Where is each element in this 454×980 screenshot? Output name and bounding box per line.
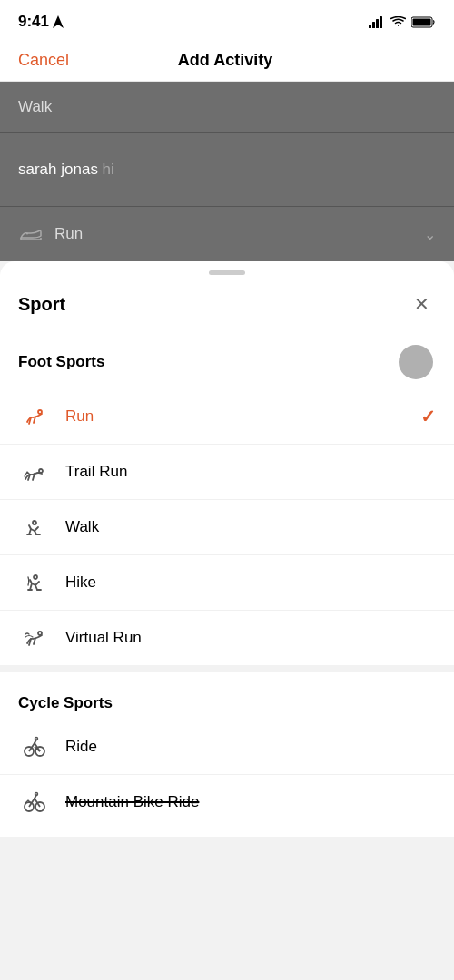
sport-item-trail-run[interactable]: Trail Run [0, 445, 454, 500]
mountain-bike-icon [18, 789, 51, 815]
mountain-bike-ride-label: Mountain Bike Ride [65, 793, 436, 811]
sheet-title: Sport [18, 294, 65, 315]
svg-point-7 [26, 233, 28, 235]
title-field[interactable]: Walk [0, 82, 454, 133]
foot-sports-title: Foot Sports [18, 353, 104, 371]
foot-sports-header: Foot Sports [0, 328, 454, 389]
svg-point-15 [35, 738, 38, 740]
virtual-run-icon [18, 625, 51, 651]
location-icon [53, 15, 64, 28]
page-title: Add Activity [178, 51, 272, 70]
svg-point-10 [33, 521, 36, 524]
trail-run-icon [18, 459, 51, 485]
description-suffix: hi [98, 161, 114, 178]
sport-item-walk[interactable]: Walk [0, 500, 454, 555]
title-value: Walk [18, 98, 52, 115]
svg-rect-2 [372, 22, 375, 28]
svg-point-8 [38, 410, 42, 414]
status-time: 9:41 [18, 13, 64, 31]
sport-item-mountain-bike-ride[interactable]: Mountain Bike Ride [0, 775, 454, 837]
hike-icon [18, 570, 51, 595]
walk-label: Walk [65, 518, 436, 536]
sport-item-run[interactable]: Run ✓ [0, 389, 454, 445]
bottom-sheet: Sport ✕ Foot Sports Run ✓ [0, 261, 454, 837]
svg-rect-6 [413, 18, 431, 25]
cycle-sports-title: Cycle Sports [18, 694, 113, 711]
sport-shoe-icon [18, 221, 44, 247]
svg-rect-3 [376, 19, 379, 28]
svg-rect-1 [369, 24, 371, 28]
sheet-handle-bar [209, 270, 245, 275]
run-checkmark: ✓ [420, 406, 436, 427]
sheet-handle [0, 261, 454, 275]
sport-selector[interactable]: Run ⌄ [0, 206, 454, 261]
svg-point-12 [38, 632, 42, 635]
nav-bar: Cancel Add Activity [0, 40, 454, 82]
cycle-sports-list: Ride Mountain Bike Ride [0, 720, 454, 837]
sport-item-hike[interactable]: Hike [0, 555, 454, 611]
cancel-button[interactable]: Cancel [18, 51, 69, 70]
status-bar: 9:41 [0, 0, 454, 40]
foot-sports-list: Run ✓ Trail Run [0, 389, 454, 665]
walk-icon [18, 514, 51, 540]
section-toggle[interactable] [396, 342, 436, 382]
cycle-sports-header: Cycle Sports [0, 665, 454, 720]
svg-point-18 [35, 793, 38, 796]
sport-item-ride[interactable]: Ride [0, 720, 454, 775]
wifi-icon [390, 16, 406, 28]
description-bold: sarah jonas [18, 161, 98, 178]
sport-item-virtual-run[interactable]: Virtual Run [0, 611, 454, 665]
run-label: Run [65, 407, 420, 426]
hike-label: Hike [65, 573, 436, 592]
svg-point-11 [34, 575, 37, 579]
toggle-circle [399, 345, 433, 379]
background-form: Walk sarah jonas hi Run ⌄ [0, 82, 454, 261]
signal-icon [369, 16, 385, 28]
ride-label: Ride [65, 738, 436, 756]
battery-icon [411, 16, 436, 28]
chevron-down-icon: ⌄ [424, 226, 436, 243]
virtual-run-label: Virtual Run [65, 629, 436, 647]
sport-value: Run [54, 225, 83, 243]
close-button[interactable]: ✕ [407, 289, 436, 318]
status-icons [369, 16, 436, 28]
svg-marker-0 [53, 15, 64, 28]
run-icon [18, 404, 51, 429]
svg-rect-4 [380, 16, 382, 28]
sheet-header: Sport ✕ [0, 275, 454, 328]
description-field[interactable]: sarah jonas hi [0, 133, 454, 206]
svg-point-9 [39, 469, 43, 473]
ride-icon [18, 734, 51, 760]
trail-run-label: Trail Run [65, 463, 436, 481]
